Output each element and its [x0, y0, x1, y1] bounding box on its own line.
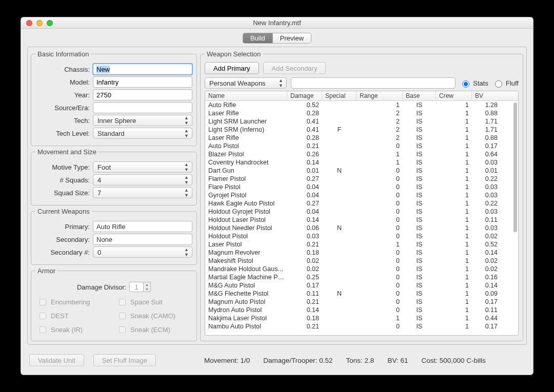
motive-select[interactable]: Foot▲▼ — [93, 161, 192, 173]
label-tech: Tech: — [35, 117, 93, 125]
motive-value: Foot — [97, 163, 111, 171]
table-row[interactable]: Blazer Pistol0.261IS10.64 — [205, 150, 518, 158]
table-row[interactable]: Dart Gun0.01N0IS10.01 — [205, 167, 518, 175]
check-space-suit[interactable]: Space Suit — [117, 297, 190, 307]
tab-build[interactable]: Build — [243, 33, 272, 43]
label-techlevel: Tech Level: — [35, 130, 93, 137]
model-input[interactable] — [93, 76, 192, 88]
legend-armor: Armor — [35, 267, 57, 275]
group-basic-info: Basic Information Chassis: Model: Year: … — [31, 50, 197, 146]
radio-fluff[interactable]: Fluff — [492, 79, 519, 88]
table-row[interactable]: M&G Flechette Pistol0.11N0IS10.09 — [205, 290, 518, 298]
table-row[interactable]: Hawk Eagle Auto Pistol0.270IS10.22 — [205, 199, 518, 208]
damage-divisor-spinner[interactable]: ▲▼ — [129, 282, 151, 292]
chevron-up-icon[interactable]: ▲ — [144, 282, 150, 287]
scrollbar[interactable] — [513, 102, 517, 334]
divisor-input[interactable] — [129, 282, 144, 292]
legend-basic-info: Basic Information — [35, 50, 91, 58]
table-row[interactable]: Martial Eagle Machine Pi...0.250IS10.16 — [205, 273, 518, 281]
check-dest[interactable]: DEST — [37, 311, 111, 321]
weapon-category-value: Personal Weapons — [209, 79, 266, 87]
table-row[interactable]: Laser Rifle0.282IS10.88 — [205, 134, 518, 142]
table-row[interactable]: M&G Auto Pistol0.170IS10.14 — [205, 281, 518, 290]
table-row[interactable]: Auto Pistol0.210IS10.17 — [205, 142, 518, 150]
label-secondary-n: Secondary #: — [35, 249, 93, 256]
close-icon[interactable] — [26, 20, 32, 26]
table-row[interactable]: Nakjima Laser Pistol0.181IS10.44 — [205, 314, 518, 322]
table-row[interactable]: Holdout Needler Pistol0.06N0IS10.03 — [205, 224, 518, 232]
table-row[interactable]: Flare Pistol0.040IS10.03 — [205, 183, 518, 191]
tech-select[interactable]: Inner Sphere ▲▼ — [93, 115, 192, 126]
table-row[interactable]: Coventry Handrocket0.141IS10.03 — [205, 158, 518, 167]
table-row[interactable]: Holdout Laser Pistol0.140IS10.11 — [205, 216, 518, 224]
table-row[interactable]: Light SRM Launcher0.412IS11.71 — [205, 117, 518, 126]
table-row[interactable]: Magnum Revolver0.180IS10.14 — [205, 249, 518, 257]
zoom-icon[interactable] — [47, 20, 53, 26]
label-primary: Primary: — [35, 223, 93, 231]
tab-bar: Build Preview — [243, 33, 311, 44]
chevron-updown-icon: ▲▼ — [279, 78, 283, 88]
check-encumbering[interactable]: Encumbering — [37, 297, 111, 307]
label-squadsize: Squad Size: — [35, 189, 93, 197]
primary-weapon: Auto Rifle — [93, 221, 192, 232]
check-sneak-ecm[interactable]: Sneak (ECM) — [117, 325, 190, 335]
legend-weapon-selection: Weapon Selection — [205, 50, 263, 58]
chassis-input[interactable] — [93, 64, 192, 75]
check-sneak-ir[interactable]: Sneak (IR) — [37, 325, 111, 335]
stat-movement: Movement: 1/0 — [204, 357, 250, 364]
chevron-down-icon[interactable]: ▼ — [144, 287, 150, 292]
squadsize-select[interactable]: 7▲▼ — [93, 187, 192, 198]
fluff-image-button: Set Fluff Image — [93, 354, 156, 366]
squads-value: 4 — [97, 176, 101, 184]
chevron-updown-icon: ▲▼ — [184, 162, 189, 172]
legend-movement: Movement and Size — [35, 148, 98, 156]
label-motive: Motive Type: — [35, 163, 93, 171]
table-row[interactable]: Gyrojet Pistol0.040IS10.03 — [205, 191, 518, 199]
chevron-updown-icon: ▲▼ — [184, 175, 189, 185]
table-row[interactable]: Laser Rifle0.282IS10.88 — [205, 109, 518, 117]
table-row[interactable]: Auto Rifle0.521IS11.28 — [205, 101, 518, 109]
check-sneak-camo[interactable]: Sneak (CAMO) — [117, 311, 190, 321]
weapon-table[interactable]: Name Damage Special Range Base Crew BV A… — [205, 91, 519, 336]
table-row[interactable]: Nambu Auto Pistol0.210IS10.17 — [205, 322, 518, 331]
stat-tons: Tons: 2.8 — [346, 357, 374, 364]
stat-cost: Cost: 500,000 C-bills — [421, 357, 485, 364]
secondary-weapon: None — [93, 234, 192, 245]
secondary-n-value: 0 — [97, 249, 101, 256]
col-name[interactable]: Name — [205, 91, 287, 100]
techlevel-value: Standard — [97, 130, 125, 137]
year-input[interactable] — [93, 89, 192, 100]
col-bv[interactable]: BV — [472, 91, 501, 100]
table-row[interactable]: Makeshift Pistol0.020IS10.02 — [205, 257, 518, 265]
stat-bv: BV: 61 — [387, 357, 408, 364]
col-range[interactable]: Range — [357, 91, 403, 100]
window-title: New Infantry.mtf — [21, 19, 533, 27]
table-row[interactable]: Flamer Pistol0.270IS10.22 — [205, 175, 518, 183]
table-row[interactable]: Holdout Gyrojet Pistol0.040IS10.03 — [205, 208, 518, 216]
col-base[interactable]: Base — [403, 91, 436, 100]
techlevel-select[interactable]: Standard ▲▼ — [93, 128, 192, 139]
weapon-search-input[interactable] — [291, 77, 456, 89]
col-damage[interactable]: Damage — [287, 91, 322, 100]
group-armor: Armor Damage Divisor: ▲▼ Encumbering Spa… — [31, 267, 197, 341]
source-input[interactable] — [93, 102, 192, 113]
scrollbar-thumb[interactable] — [513, 102, 517, 232]
squads-select[interactable]: 4▲▼ — [93, 174, 192, 185]
chevron-updown-icon: ▲▼ — [184, 188, 189, 198]
col-crew[interactable]: Crew — [436, 91, 472, 100]
weapon-category-select[interactable]: Personal Weapons ▲▼ — [205, 77, 287, 89]
radio-stats[interactable]: Stats — [460, 79, 488, 88]
table-row[interactable]: Laser Pistol0.211IS10.52 — [205, 240, 518, 249]
table-row[interactable]: Magnum Auto Pistol0.210IS10.17 — [205, 298, 518, 306]
tab-preview[interactable]: Preview — [272, 33, 311, 43]
table-row[interactable]: Light SRM (Inferno)0.41F2IS11.71 — [205, 126, 518, 134]
label-chassis: Chassis: — [35, 66, 93, 73]
table-row[interactable]: Mydron Auto Pistol0.140IS10.11 — [205, 306, 518, 314]
add-primary-button[interactable]: Add Primary — [205, 62, 259, 74]
table-row[interactable]: Mandrake Holdout Gaus...0.020IS10.02 — [205, 265, 518, 273]
col-special[interactable]: Special — [322, 91, 357, 100]
minimize-icon[interactable] — [36, 20, 43, 26]
table-row[interactable]: Holdout Pistol0.030IS10.02 — [205, 232, 518, 240]
group-weapon-selection: Weapon Selection Add Primary Add Seconda… — [200, 50, 523, 341]
secondary-n-select[interactable]: 0▲▼ — [93, 246, 192, 258]
